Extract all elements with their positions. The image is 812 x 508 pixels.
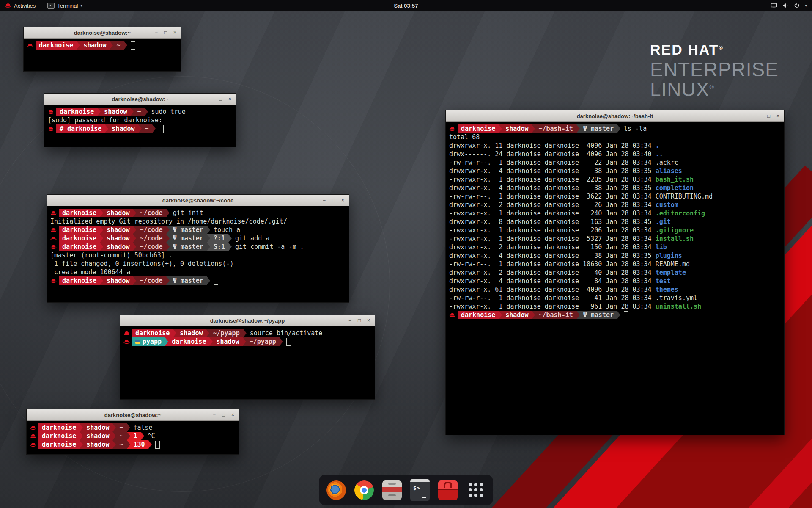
terminal-line: drwx------. 24 darknoise darknoise 4096 … (449, 150, 781, 158)
powerline-arrow-icon (243, 329, 247, 337)
maximize-button[interactable]: □ (766, 113, 771, 119)
terminal-line: darknoiseshadow~/codeΨ master (50, 276, 346, 285)
output-text: .git (656, 218, 671, 226)
top-bar: Activities >_ Terminal ▾ Sat 03:57 ▾ (0, 0, 812, 11)
output-text: -rwxrwxr-x. 1 darknoise darknoise 2205 J… (449, 175, 656, 184)
grid-dot (469, 483, 472, 486)
close-button[interactable]: × (366, 318, 371, 323)
dock-item-files[interactable] (382, 480, 402, 500)
maximize-button[interactable]: □ (221, 412, 226, 417)
terminal-window[interactable]: darknoise@shadow:~/bash-it−□×darknoisesh… (445, 110, 785, 435)
segment-text: darknoise (461, 124, 495, 133)
segment-text: shadow (104, 108, 127, 116)
powerline-arrow-icon (130, 108, 134, 116)
close-button[interactable]: × (227, 97, 233, 102)
prompt-segment-user: darknoise (168, 337, 209, 346)
close-button[interactable]: × (230, 412, 236, 417)
minimize-button[interactable]: − (208, 97, 214, 102)
prompt-segment-user: darknoise (132, 329, 173, 337)
segment-text: shadow (83, 41, 106, 50)
powerline-arrow-icon (133, 226, 136, 234)
system-status-area[interactable]: ▾ (765, 0, 812, 11)
minimize-button[interactable]: − (154, 30, 159, 35)
terminal-content[interactable]: darknoiseshadow~/bash-itΨ masterls -lato… (446, 122, 784, 319)
powerline-arrow-icon (141, 432, 144, 440)
minimize-button[interactable]: − (347, 318, 353, 323)
grid-dot (480, 494, 483, 497)
window-title: darknoise@shadow:~ (27, 412, 239, 418)
prompt-segment-path: ~/bash-it (535, 311, 576, 319)
powerline-arrow-icon (97, 108, 101, 116)
terminal-content[interactable]: darknoiseshadow~ (24, 39, 181, 50)
window-titlebar[interactable]: darknoise@shadow:~−□× (24, 27, 181, 39)
powerline-arrow-icon (112, 423, 116, 432)
clock[interactable]: Sat 03:57 (394, 3, 418, 9)
terminal-content[interactable]: darknoiseshadow~falsedarknoiseshadow~1^C… (27, 421, 239, 449)
terminal-window[interactable]: darknoise@shadow:~/code−□×darknoiseshado… (47, 194, 349, 303)
maximize-button[interactable]: □ (357, 318, 362, 323)
powerline-arrow-icon (127, 432, 130, 440)
redhat-prompt-icon (50, 245, 57, 249)
terminal-cursor (286, 338, 291, 346)
close-button[interactable]: × (340, 198, 346, 203)
segment-text: shadow (86, 440, 109, 449)
segment-text: shadow (107, 226, 129, 234)
terminal-line: -rw-rw-r--. 1 darknoise darknoise 41 Jan… (449, 294, 781, 302)
minimize-button[interactable]: − (757, 113, 762, 119)
display-icon (771, 2, 777, 9)
command-text: sudo true (151, 108, 186, 116)
maximize-button[interactable]: □ (163, 30, 168, 35)
output-text: drwxrwxr-x. 2 darknoise darknoise 40 Jan… (449, 268, 656, 277)
activities-button[interactable]: Activities (0, 0, 40, 11)
terminal-content[interactable]: darknoiseshadow~/pyappsource bin/activat… (120, 326, 375, 346)
minimize-button[interactable]: − (211, 412, 217, 417)
redhat-prompt-icon (50, 279, 57, 283)
prompt-segment-host: shadow (502, 311, 532, 319)
maximize-button[interactable]: □ (218, 97, 223, 102)
terminal-content[interactable]: darknoiseshadow~/codegit initInitialized… (47, 206, 349, 285)
terminal-window[interactable]: darknoise@shadow:~−□×darknoiseshadow~ (23, 27, 181, 72)
dock-item-terminal[interactable]: $> (410, 479, 430, 501)
dock-item-show-applications[interactable] (466, 480, 486, 500)
terminal-line: darknoiseshadow~ (27, 41, 178, 50)
dock-item-chrome[interactable] (354, 480, 374, 500)
activities-label: Activities (14, 3, 36, 9)
drawer-handle (388, 483, 396, 485)
redhat-prompt-icon (123, 331, 130, 336)
segment-text: ~/bash-it (538, 124, 573, 133)
dock-item-toolbox[interactable] (438, 480, 458, 500)
command-text: false (134, 423, 153, 432)
terminal-window[interactable]: darknoise@shadow:~−□×darknoiseshadow~fal… (26, 409, 239, 455)
prompt-segment-path: ~/code (136, 209, 166, 217)
close-button[interactable]: × (172, 30, 178, 35)
prompt-segment-path: ~/code (136, 276, 166, 285)
terminal-line: -rwxrwxr-x. 1 darknoise darknoise 2205 J… (449, 175, 781, 184)
prompt-segment-host: shadow (103, 226, 133, 234)
dock-item-firefox[interactable] (326, 480, 346, 500)
window-titlebar[interactable]: darknoise@shadow:~/code−□× (47, 195, 349, 206)
terminal-line: drwxrwxr-x. 8 darknoise darknoise 163 Ja… (449, 218, 781, 226)
app-menu-terminal[interactable]: >_ Terminal ▾ (43, 0, 87, 11)
window-title: darknoise@shadow:~/code (47, 197, 349, 204)
window-controls: −□× (208, 97, 236, 102)
window-title: darknoise@shadow:~/pyapp (120, 318, 375, 324)
terminal-cursor (214, 277, 218, 285)
powerline-arrow-icon (532, 311, 535, 319)
prompt-segment-user: darknoise (38, 423, 80, 432)
output-text: create mode 100644 a (50, 268, 131, 276)
minimize-button[interactable]: − (321, 198, 327, 203)
terminal-window[interactable]: darknoise@shadow:~/pyapp−□×darknoiseshad… (120, 315, 375, 400)
window-titlebar[interactable]: darknoise@shadow:~−□× (44, 94, 236, 105)
desktop: { "topbar": { "activities_label": "Activ… (0, 0, 812, 508)
segment-text: darknoise (62, 226, 96, 234)
terminal-window[interactable]: darknoise@shadow:~−□×darknoiseshadow~sud… (44, 93, 236, 147)
powerline-arrow-icon (112, 432, 116, 440)
prompt-segment-user: darknoise (59, 226, 100, 234)
close-button[interactable]: × (775, 113, 781, 119)
window-titlebar[interactable]: darknoise@shadow:~−□× (27, 409, 239, 421)
maximize-button[interactable]: □ (331, 198, 336, 203)
window-titlebar[interactable]: darknoise@shadow:~/bash-it−□× (446, 110, 784, 122)
powerline-arrow-icon (127, 440, 130, 449)
terminal-content[interactable]: darknoiseshadow~sudo true[sudo] password… (44, 105, 236, 133)
window-titlebar[interactable]: darknoise@shadow:~/pyapp−□× (120, 315, 375, 326)
